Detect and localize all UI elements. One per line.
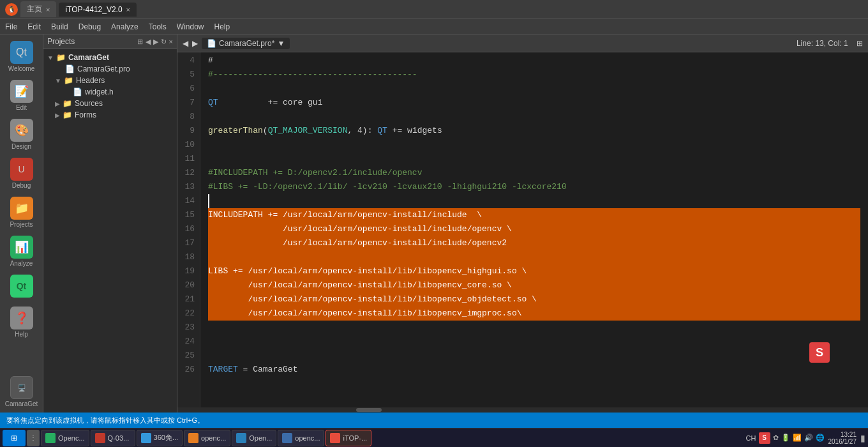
code-line-17: /usr/local/arm/opencv-install/include/op… xyxy=(208,236,860,250)
panel-forward-btn[interactable]: ▶ xyxy=(153,38,158,46)
code-area: ◀ ▶ 📄 CamaraGet.pro* ▼ Line: 13, Col: 1 … xyxy=(177,34,868,413)
tree-label-widget-h: widget.h xyxy=(85,87,114,96)
qt-icon: Qt xyxy=(10,275,33,298)
taskbar-app-itop[interactable]: iTOP-... xyxy=(326,430,371,446)
camara-label: CamaraGet xyxy=(5,400,38,407)
design-label: Design xyxy=(11,143,31,150)
debug-label: Debug xyxy=(12,182,31,189)
sidebar-item-analyze[interactable]: 📊 Analyze xyxy=(0,232,43,271)
design-icon: 🎨 xyxy=(10,119,33,142)
tab-home-label: 主页 xyxy=(27,4,42,15)
project-tree: ▼ 📁 CamaraGet 📄 CamaraGet.pro ▼ 📁 Header… xyxy=(43,49,177,413)
panel-filter-btn[interactable]: ⊞ xyxy=(137,38,143,46)
code-line-10 xyxy=(208,138,860,152)
menu-file[interactable]: File xyxy=(5,22,17,31)
help-label: Help xyxy=(15,331,28,338)
tree-item-widget-h[interactable]: 📄 widget.h xyxy=(43,86,177,98)
sidebar-item-camara[interactable]: 🖥️ CamaraGet xyxy=(0,372,43,413)
toolbar-back-btn[interactable]: ◀ xyxy=(183,39,188,48)
clock-date: 2016/1/27 xyxy=(828,438,857,445)
tree-arrow-headers: ▼ xyxy=(55,77,61,84)
menu-help[interactable]: Help xyxy=(214,22,230,31)
app-icon-openword xyxy=(236,433,246,443)
app-label-openc2: openc... xyxy=(201,434,226,442)
menu-edit[interactable]: Edit xyxy=(27,22,41,31)
menu-window[interactable]: Window xyxy=(177,22,204,31)
app-icon-openc2 xyxy=(188,433,198,443)
code-line-14 xyxy=(208,194,860,208)
code-line-21: /usr/local/arm/opencv-install/lib/libope… xyxy=(208,292,860,307)
clock-time: 13:21 xyxy=(841,431,857,438)
tab-itop-close[interactable]: × xyxy=(126,6,130,13)
edit-icon: 📝 xyxy=(10,80,33,103)
sidebar-item-projects[interactable]: 📁 Projects xyxy=(0,193,43,232)
status-message: 要将焦点定向到该虚拟机，请将鼠标指针移入其中或按 Ctrl+G。 xyxy=(6,416,204,425)
taskbar-app-q03[interactable]: Q-03... xyxy=(91,430,135,446)
tree-item-camaraget[interactable]: ▼ 📁 CamaraGet xyxy=(43,52,177,63)
tree-item-sources[interactable]: ▶ 📁 Sources xyxy=(43,98,177,109)
code-line-23 xyxy=(208,321,860,335)
tree-arrow-camaraget: ▼ xyxy=(47,54,54,61)
panel-actions: ⊞ ◀ ▶ ↻ × xyxy=(137,38,173,46)
tree-item-camaraget-pro[interactable]: 📄 CamaraGet.pro xyxy=(43,63,177,75)
sidebar-item-design[interactable]: 🎨 Design xyxy=(0,115,43,154)
tree-label-headers: Headers xyxy=(76,76,105,85)
file-tab[interactable]: 📄 CamaraGet.pro* ▼ xyxy=(202,38,290,49)
tab-home[interactable]: 主页 × xyxy=(20,1,56,17)
tree-icon-headers: 📁 xyxy=(64,76,73,85)
menu-build[interactable]: Build xyxy=(51,22,68,31)
taskbar-app-openc1[interactable]: Openc... xyxy=(41,430,89,446)
menu-analyze[interactable]: Analyze xyxy=(111,22,138,31)
app-label-itop: iTOP-... xyxy=(343,434,367,442)
tab-home-close[interactable]: × xyxy=(46,6,50,13)
sidebar-item-qt[interactable]: Qt xyxy=(0,271,43,303)
menu-tools[interactable]: Tools xyxy=(149,22,167,31)
tree-icon-widget-h: 📄 xyxy=(73,87,82,96)
app-label-openc3: openc... xyxy=(295,434,320,442)
tree-arrow-sources: ▶ xyxy=(55,100,60,107)
scrollbar-thumb[interactable] xyxy=(356,408,382,412)
panel-sync-btn[interactable]: ↻ xyxy=(161,38,167,46)
sidebar-item-help[interactable]: ❓ Help xyxy=(0,303,43,342)
tree-label-forms: Forms xyxy=(75,110,96,119)
tree-item-forms[interactable]: ▶ 📁 Forms xyxy=(43,109,177,121)
toolbar-expand-btn[interactable]: ⊞ xyxy=(857,39,863,48)
menu-debug[interactable]: Debug xyxy=(79,22,101,31)
horizontal-scrollbar[interactable] xyxy=(177,407,868,413)
tree-label-camaraget: CamaraGet xyxy=(68,53,109,62)
code-line-18 xyxy=(208,250,860,264)
tree-icon-pro: 📄 xyxy=(65,64,75,73)
taskbar-grid-btn[interactable]: ⋮ xyxy=(27,430,40,446)
sidebar-item-debug[interactable]: U Debug xyxy=(0,154,43,193)
code-line-25 xyxy=(208,349,860,363)
analyze-label: Analyze xyxy=(10,260,33,267)
ubuntu-logo[interactable]: 🐧 xyxy=(5,3,18,16)
code-line-19: LIBS += /usr/local/arm/opencv-install/li… xyxy=(208,264,860,278)
app-icon-360 xyxy=(141,433,151,443)
file-tab-dropdown[interactable]: ▼ xyxy=(277,39,285,48)
projects-label: Projects xyxy=(10,221,33,228)
start-button[interactable]: ⊞ xyxy=(3,430,26,446)
taskbar-app-openc2[interactable]: openc... xyxy=(184,430,230,446)
code-line-20: /usr/local/arm/opencv-install/lib/libope… xyxy=(208,278,860,292)
panel-back-btn[interactable]: ◀ xyxy=(146,38,151,46)
tab-itop[interactable]: iTOP-4412_V2.0 × xyxy=(59,3,137,17)
sidebar-item-welcome[interactable]: Qt Welcome xyxy=(0,37,43,76)
tree-item-headers[interactable]: ▼ 📁 Headers xyxy=(43,75,177,86)
show-desktop-btn[interactable]: ▮ xyxy=(860,433,865,443)
welcome-label: Welcome xyxy=(8,65,35,72)
welcome-icon: Qt xyxy=(10,41,33,64)
toolbar-forward-btn[interactable]: ▶ xyxy=(192,39,198,48)
toolbar-left: ◀ ▶ 📄 CamaraGet.pro* ▼ xyxy=(183,38,290,49)
code-lines[interactable]: # #-------------------------------------… xyxy=(200,52,868,407)
taskbar-app-openword[interactable]: Open... xyxy=(232,430,276,446)
sys-lang: CH xyxy=(746,434,756,442)
taskbar-app-360[interactable]: 360免... xyxy=(137,430,183,446)
code-line-5: #---------------------------------------… xyxy=(208,68,860,82)
taskbar-app-openc3[interactable]: openc... xyxy=(278,430,324,446)
tree-icon-forms: 📁 xyxy=(63,110,72,119)
code-line-12: #INCLUDEPATH += D:/opencv2.1/include/ope… xyxy=(208,166,860,180)
panel-close-btn[interactable]: × xyxy=(169,38,173,46)
tree-icon-camaraget: 📁 xyxy=(56,53,66,62)
sidebar-item-edit[interactable]: 📝 Edit xyxy=(0,76,43,115)
